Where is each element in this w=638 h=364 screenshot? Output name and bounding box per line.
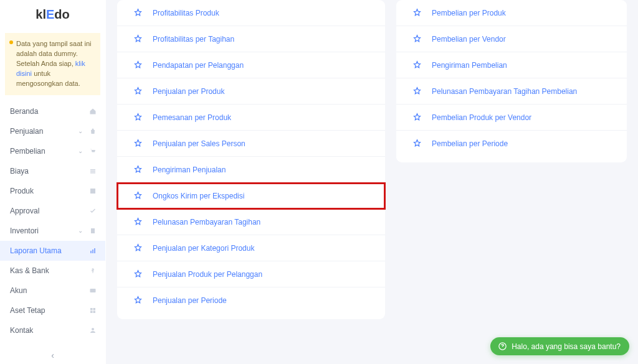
report-link[interactable]: Pemesanan per Produk (153, 113, 231, 122)
star-icon[interactable] (412, 86, 422, 96)
svg-rect-9 (90, 308, 93, 310)
home-icon (89, 108, 97, 115)
report-item[interactable]: Penjualan per Kategori Produk (117, 235, 385, 261)
nav-item-label: Pembelian (10, 147, 78, 156)
report-item[interactable]: Profitabilitas per Tagihan (117, 26, 385, 52)
report-link[interactable]: Profitabilitas per Tagihan (153, 35, 234, 44)
star-icon[interactable] (412, 113, 422, 122)
report-link[interactable]: Penjualan per Periode (153, 296, 227, 305)
clip-icon (89, 227, 97, 235)
logo-part2: do (54, 7, 69, 21)
report-link[interactable]: Pembelian Produk per Vendor (432, 113, 531, 122)
nav-item-label: Beranda (10, 107, 89, 116)
report-item[interactable]: Penjualan per Sales Person (117, 131, 385, 157)
report-link[interactable]: Pembelian per Vendor (432, 35, 506, 44)
nav-item-pembelian[interactable]: Pembelian⌄ (0, 141, 105, 161)
nav-item-laporan-utama[interactable]: Laporan Utama (0, 241, 105, 261)
star-icon[interactable] (412, 34, 422, 44)
star-icon[interactable] (133, 86, 143, 96)
report-item[interactable]: Ongkos Kirim per Ekspedisi (117, 183, 385, 209)
report-item[interactable]: Pelunasan Pembayaran Tagihan (117, 209, 385, 235)
report-link[interactable]: Pengiriman Penjualan (153, 166, 226, 174)
report-item[interactable]: Pemesanan per Produk (117, 105, 385, 131)
bag-icon (89, 128, 97, 135)
star-icon[interactable] (133, 34, 143, 44)
nav-item-label: Inventori (10, 226, 78, 235)
report-item[interactable]: Pendapatan per Pelanggan (117, 52, 385, 78)
report-item[interactable]: Profitabilitas Produk (117, 0, 385, 26)
star-icon[interactable] (133, 296, 143, 305)
report-item[interactable]: Pengiriman Pembelian (396, 52, 627, 78)
help-chat-button[interactable]: Halo, ada yang bisa saya bantu? (490, 337, 629, 355)
nav-item-label: Aset Tetap (10, 306, 89, 315)
report-link[interactable]: Penjualan per Sales Person (153, 139, 245, 148)
report-item[interactable]: Pembelian Produk per Vendor (396, 105, 627, 131)
report-link[interactable]: Profitabilitas Produk (153, 9, 219, 17)
nav-item-inventori[interactable]: Inventori⌄ (0, 221, 105, 241)
report-link[interactable]: Pembelian per Produk (432, 9, 506, 17)
nav-item-biaya[interactable]: Biaya (0, 161, 105, 181)
report-item[interactable]: Penjualan per Periode (117, 287, 385, 313)
report-link[interactable]: Penjualan per Produk (153, 87, 224, 96)
sidebar-collapse[interactable]: ‹ (0, 347, 105, 364)
logo-accent: E (46, 7, 54, 21)
chevron-down-icon: ⌄ (78, 128, 83, 134)
star-icon[interactable] (133, 243, 143, 253)
report-item[interactable]: Penjualan per Produk (117, 78, 385, 105)
svg-point-13 (92, 328, 94, 330)
nav-item-label: Kontak (10, 326, 89, 335)
nav-item-label: Penjualan (10, 127, 78, 136)
star-icon[interactable] (412, 60, 422, 70)
nav-item-beranda[interactable]: Beranda (0, 101, 105, 121)
nav-item-payroll[interactable]: Payroll⌄ (0, 340, 105, 347)
nav-item-aset-tetap[interactable]: Aset Tetap (0, 301, 105, 320)
svg-rect-0 (90, 169, 95, 170)
report-item[interactable]: Pembelian per Produk (396, 0, 627, 26)
report-link[interactable]: Pelunasan Pembayaran Tagihan Pembelian (432, 87, 577, 96)
chart-icon (89, 247, 97, 254)
report-columns: Profitabilitas ProdukProfitabilitas per … (117, 0, 627, 319)
nav-item-label: Biaya (10, 167, 89, 175)
nav-item-penjualan[interactable]: Penjualan⌄ (0, 121, 105, 141)
dollar-icon (89, 267, 97, 274)
report-item[interactable]: Penjualan Produk per Pelanggan (117, 261, 385, 287)
svg-rect-2 (90, 172, 95, 174)
report-item[interactable]: Pelunasan Pembayaran Tagihan Pembelian (396, 78, 627, 105)
star-icon[interactable] (133, 217, 143, 226)
user-icon (89, 327, 97, 334)
star-icon[interactable] (412, 139, 422, 148)
star-icon[interactable] (133, 269, 143, 279)
star-icon[interactable] (412, 8, 422, 17)
report-item[interactable]: Pembelian per Periode (396, 131, 627, 156)
star-icon[interactable] (133, 139, 143, 148)
report-link[interactable]: Ongkos Kirim per Ekspedisi (153, 192, 244, 200)
report-link[interactable]: Penjualan per Kategori Produk (153, 244, 254, 253)
nav-item-label: Kas & Bank (10, 266, 89, 275)
nav-item-kas-bank[interactable]: Kas & Bank (0, 261, 105, 281)
whatsapp-icon (498, 342, 507, 351)
nav-item-approval[interactable]: Approval (0, 201, 105, 221)
nav-list: BerandaPenjualan⌄Pembelian⌄BiayaProdukAp… (0, 99, 105, 347)
logo-part1: kl (36, 7, 46, 21)
report-item[interactable]: Pengiriman Penjualan (117, 157, 385, 183)
report-link[interactable]: Penjualan Produk per Pelanggan (153, 270, 262, 279)
card-icon (89, 287, 97, 294)
nav-item-akun[interactable]: Akun (0, 281, 105, 301)
nav-item-kontak[interactable]: Kontak (0, 320, 105, 340)
report-link[interactable]: Pendapatan per Pelanggan (153, 61, 244, 70)
star-icon[interactable] (133, 8, 143, 17)
report-item[interactable]: Pembelian per Vendor (396, 26, 627, 52)
box-icon (89, 187, 97, 195)
report-link[interactable]: Pengiriman Pembelian (432, 61, 507, 70)
logo: klEdo (0, 0, 105, 29)
star-icon[interactable] (133, 60, 143, 70)
svg-rect-4 (91, 228, 95, 233)
star-icon[interactable] (133, 165, 143, 174)
star-icon[interactable] (133, 113, 143, 122)
star-icon[interactable] (133, 191, 143, 200)
report-link[interactable]: Pelunasan Pembayaran Tagihan (153, 218, 260, 226)
report-link[interactable]: Pembelian per Periode (432, 139, 508, 148)
svg-rect-5 (90, 251, 92, 253)
nav-item-produk[interactable]: Produk (0, 181, 105, 201)
sidebar: klEdo Data yang tampil saat ini adalah d… (0, 0, 106, 364)
